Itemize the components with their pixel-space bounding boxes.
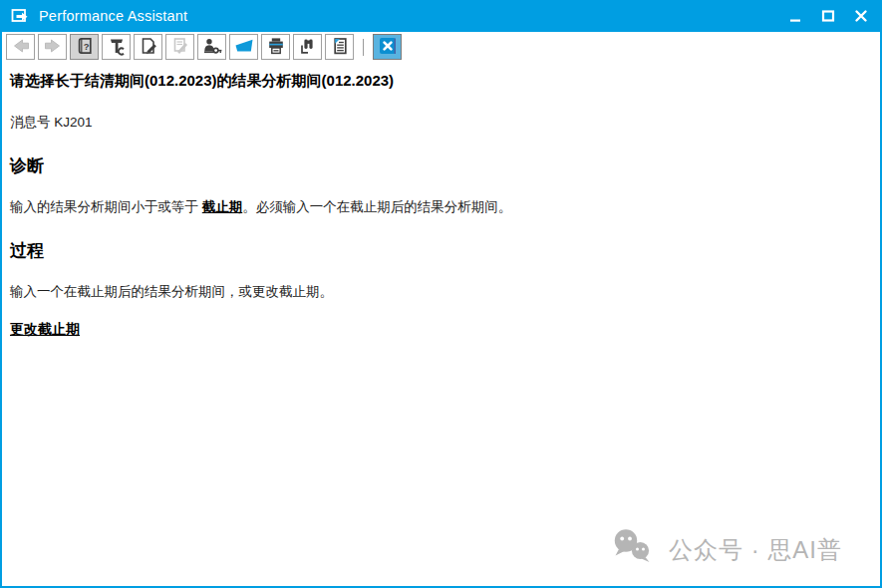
titlebar: Performance Assistant (2, 0, 880, 32)
extended-help-icon (170, 36, 190, 59)
edit-document-icon (139, 36, 158, 59)
back-arrow-icon (11, 36, 31, 59)
back-button[interactable] (6, 34, 35, 60)
technical-info-icon (107, 36, 127, 59)
window-controls (789, 9, 868, 23)
diagnosis-text: 输入的结果分析期间小于或等于 截止期。必须输入一个在截止期后的结果分析期间。 (10, 198, 870, 216)
performance-assistant-app-icon (11, 7, 30, 25)
print-button[interactable] (261, 34, 290, 60)
toolbar: ? (2, 32, 880, 62)
print-icon (266, 36, 286, 59)
window-title: Performance Assistant (39, 8, 187, 24)
copy-clipboard-icon (330, 36, 350, 59)
authorization-button[interactable] (197, 34, 226, 60)
technical-info-button[interactable] (102, 34, 131, 60)
toolbar-separator (363, 39, 364, 56)
message-title: 请选择长于结清期间(012.2023)的结果分析期间(012.2023) (10, 71, 870, 91)
find-button[interactable] (293, 34, 322, 60)
watermark: 公众号 · 思AI普 (610, 527, 842, 573)
find-icon (298, 36, 318, 59)
sapscript-button[interactable] (229, 34, 258, 60)
svg-text:?: ? (83, 40, 89, 51)
procedure-text: 输入一个在截止期后的结果分析期间，或更改截止期。 (10, 283, 870, 301)
forward-button[interactable] (38, 34, 67, 60)
change-cutoff-period-link[interactable]: 更改截止期 (10, 321, 80, 339)
sapscript-icon (233, 36, 255, 59)
maximize-button[interactable] (821, 9, 835, 23)
help-button[interactable]: ? (70, 34, 99, 60)
forward-arrow-icon (43, 36, 63, 59)
close-assistant-button[interactable] (373, 34, 402, 60)
wechat-icon (610, 527, 657, 573)
procedure-heading: 过程 (10, 239, 870, 262)
diagnosis-text-before: 输入的结果分析期间小于或等于 (10, 199, 202, 214)
watermark-text: 公众号 · 思AI普 (669, 534, 842, 566)
message-number: 消息号 KJ201 (10, 114, 870, 132)
close-button[interactable] (854, 9, 868, 23)
performance-assistant-window: Performance Assistant (0, 0, 882, 588)
glossary-link-cutoff-period[interactable]: 截止期 (202, 199, 243, 214)
diagnosis-heading: 诊断 (10, 154, 870, 177)
edit-document-button[interactable] (134, 34, 162, 60)
diagnosis-text-after: 。必须输入一个在截止期后的结果分析期间。 (242, 199, 511, 214)
help-book-icon: ? (75, 36, 95, 59)
minimize-button[interactable] (789, 9, 802, 23)
close-window-icon (378, 36, 398, 59)
extended-help-button[interactable] (165, 34, 194, 60)
copy-clipboard-button[interactable] (325, 34, 354, 60)
message-content: 请选择长于结清期间(012.2023)的结果分析期间(012.2023) 消息号… (2, 62, 880, 339)
authorization-key-icon (201, 36, 222, 59)
